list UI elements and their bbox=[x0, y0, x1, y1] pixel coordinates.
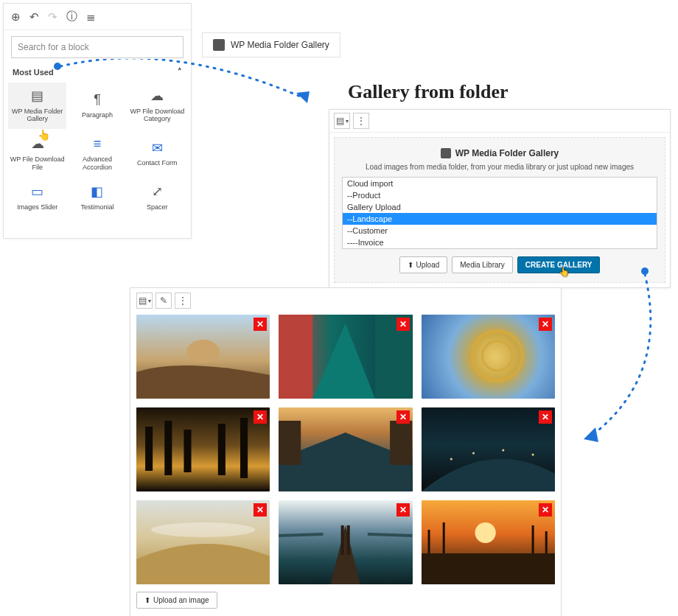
info-icon[interactable]: ⓘ bbox=[66, 10, 77, 24]
pencil-icon: ✎ bbox=[160, 295, 167, 306]
delete-image-button[interactable]: ✕ bbox=[254, 503, 267, 517]
delete-image-button[interactable]: ✕ bbox=[539, 318, 552, 331]
folder-select-list[interactable]: Cloud import --Product Gallery Upload --… bbox=[342, 177, 657, 249]
block-search-input[interactable]: Search for a block bbox=[11, 36, 184, 58]
delete-image-button[interactable]: ✕ bbox=[396, 503, 410, 517]
svg-rect-5 bbox=[279, 315, 312, 399]
gallery-image[interactable]: ✕ bbox=[422, 500, 555, 584]
gallery-image[interactable]: ✕ bbox=[136, 315, 270, 399]
gallery-icon: ▤ bbox=[31, 88, 43, 105]
svg-rect-22 bbox=[347, 525, 350, 555]
more-options-button[interactable]: ⋮ bbox=[175, 293, 191, 309]
chevron-up-icon: ˄ bbox=[178, 67, 182, 77]
chevron-down-icon: ▾ bbox=[346, 118, 349, 125]
block-item-spacer[interactable]: ⤢ Spacer bbox=[128, 178, 186, 217]
delete-image-button[interactable]: ✕ bbox=[396, 318, 410, 331]
gallery-output-panel: ▤▾ ✎ ⋮ ✕ ✕ ✕ ✕ ✕ ✕ ✕ bbox=[130, 287, 562, 616]
gallery-image[interactable]: ✕ bbox=[136, 500, 270, 584]
svg-point-23 bbox=[475, 522, 495, 543]
gallery-grid: ✕ ✕ ✕ ✕ ✕ ✕ ✕ ✕ bbox=[136, 315, 555, 584]
gallery-from-folder-panel: ▤▾ ⋮ WP Media Folder Gallery Load images… bbox=[329, 109, 671, 288]
block-inserter-panel: ⊕ ↶ ↷ ⓘ ≣ Search for a block Most Used ˄… bbox=[3, 3, 192, 239]
gallery-setup-body: WP Media Folder Gallery Load images from… bbox=[334, 137, 665, 283]
svg-point-19 bbox=[531, 454, 534, 456]
button-label: Upload bbox=[416, 261, 440, 269]
selected-block-label: WP Media Folder Gallery bbox=[231, 40, 329, 50]
svg-rect-12 bbox=[218, 424, 226, 475]
list-icon: ≡ bbox=[94, 136, 102, 153]
block-item-wp-file-download-category[interactable]: ☁ WP File Download Category bbox=[128, 83, 186, 129]
folder-option[interactable]: --Product bbox=[343, 189, 657, 201]
media-library-button[interactable]: Media Library bbox=[452, 256, 513, 273]
paragraph-icon: ¶ bbox=[94, 92, 101, 108]
add-block-icon[interactable]: ⊕ bbox=[11, 10, 21, 24]
block-search-placeholder: Search for a block bbox=[18, 42, 89, 52]
inserter-section-header[interactable]: Most Used ˄ bbox=[4, 64, 191, 80]
user-icon: ◧ bbox=[91, 184, 103, 200]
chevron-down-icon: ▾ bbox=[148, 298, 151, 304]
upload-button[interactable]: ⬆Upload bbox=[399, 256, 448, 273]
folder-option[interactable]: --Customer bbox=[343, 225, 657, 237]
block-toolbar: ▤▾ ⋮ bbox=[329, 110, 670, 133]
svg-rect-13 bbox=[240, 418, 248, 478]
upload-icon: ⬆ bbox=[408, 261, 413, 269]
gallery-icon: ▤ bbox=[336, 116, 344, 126]
delete-image-button[interactable]: ✕ bbox=[396, 410, 410, 424]
gallery-image[interactable]: ✕ bbox=[279, 500, 412, 584]
more-options-button[interactable]: ⋮ bbox=[353, 113, 369, 129]
gallery-image[interactable]: ✕ bbox=[136, 407, 270, 491]
gallery-icon bbox=[213, 39, 225, 51]
block-item-label: Advanced Accordion bbox=[69, 155, 125, 172]
svg-marker-3 bbox=[584, 427, 598, 442]
button-label: Upload an image bbox=[153, 596, 209, 604]
editor-toolbar: ⊕ ↶ ↷ ⓘ ≣ bbox=[4, 4, 191, 30]
gallery-image[interactable]: ✕ bbox=[279, 315, 412, 399]
block-item-testimonial[interactable]: ◧ Testimonial bbox=[68, 178, 126, 217]
gallery-image[interactable]: ✕ bbox=[422, 315, 555, 399]
block-item-label: WP File Download Category bbox=[130, 108, 185, 124]
section-label: Most Used bbox=[13, 68, 54, 77]
svg-point-20 bbox=[151, 522, 255, 537]
flow-arrow-2 bbox=[575, 265, 671, 457]
gallery-icon: ▤ bbox=[139, 295, 147, 306]
svg-rect-11 bbox=[184, 430, 191, 472]
selected-block-chip[interactable]: WP Media Folder Gallery bbox=[202, 32, 340, 57]
block-item-advanced-accordion[interactable]: ≡ Advanced Accordion bbox=[68, 130, 126, 177]
block-grid: ▤ WP Media Folder Gallery ¶ Paragraph ☁ … bbox=[4, 80, 191, 220]
panel-subtitle: WP Media Folder Gallery bbox=[342, 148, 657, 158]
delete-image-button[interactable]: ✕ bbox=[254, 410, 267, 424]
kebab-icon: ⋮ bbox=[357, 116, 366, 126]
block-item-images-slider[interactable]: ▭ Images Slider bbox=[8, 178, 66, 217]
create-gallery-button[interactable]: CREATE GALLERY👆 bbox=[517, 256, 601, 273]
cursor-pointer-icon: 👆 bbox=[38, 129, 50, 141]
redo-icon[interactable]: ↷ bbox=[48, 10, 57, 24]
outline-icon[interactable]: ≣ bbox=[86, 10, 96, 24]
block-item-label: Contact Form bbox=[137, 159, 178, 167]
helper-text: Load images from media folder, from your… bbox=[342, 163, 657, 171]
delete-image-button[interactable]: ✕ bbox=[539, 410, 552, 424]
gallery-image[interactable]: ✕ bbox=[279, 407, 412, 491]
folder-option[interactable]: Gallery Upload bbox=[343, 201, 657, 213]
svg-point-18 bbox=[502, 449, 504, 452]
cloud-download-icon: ☁ bbox=[150, 88, 164, 105]
block-type-button[interactable]: ▤▾ bbox=[334, 113, 350, 129]
folder-option-selected[interactable]: --Landscape bbox=[343, 213, 657, 225]
block-item-label: WP File Download File bbox=[10, 155, 65, 172]
folder-option[interactable]: ----Invoice bbox=[343, 237, 657, 248]
block-item-contact-form[interactable]: ✉ Contact Form bbox=[128, 130, 186, 177]
gallery-image[interactable]: ✕ bbox=[422, 407, 555, 491]
svg-rect-14 bbox=[279, 421, 301, 465]
undo-icon[interactable]: ↶ bbox=[29, 10, 39, 24]
kebab-icon: ⋮ bbox=[178, 295, 187, 306]
page-title: Gallery from folder bbox=[348, 81, 508, 103]
delete-image-button[interactable]: ✕ bbox=[539, 503, 552, 517]
block-item-label: Images Slider bbox=[17, 203, 57, 211]
block-item-paragraph[interactable]: ¶ Paragraph bbox=[68, 83, 126, 129]
svg-point-4 bbox=[187, 340, 220, 363]
delete-image-button[interactable]: ✕ bbox=[254, 318, 267, 331]
block-item-wp-media-folder-gallery[interactable]: ▤ WP Media Folder Gallery bbox=[8, 83, 66, 129]
block-type-button[interactable]: ▤▾ bbox=[136, 293, 153, 309]
upload-image-button[interactable]: ⬆ Upload an image bbox=[136, 592, 217, 609]
folder-option[interactable]: Cloud import bbox=[343, 178, 657, 189]
edit-button[interactable]: ✎ bbox=[155, 293, 172, 309]
